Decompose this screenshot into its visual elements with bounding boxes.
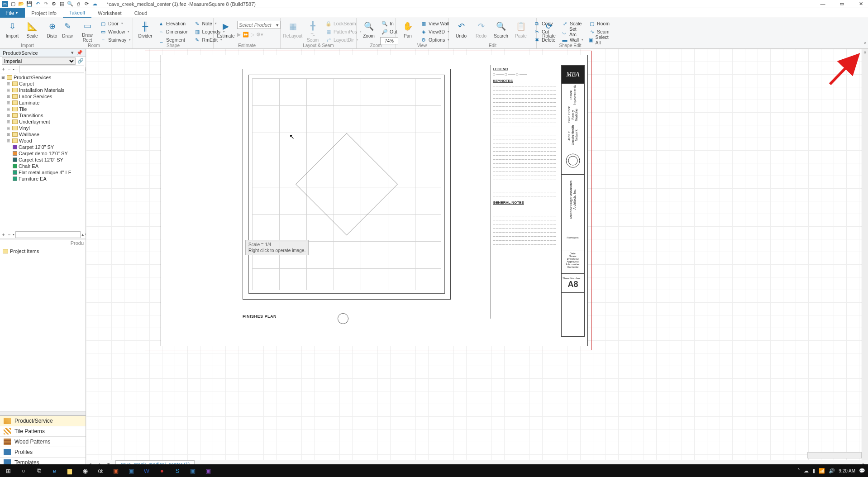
stacktab-product[interactable]: Product/Service <box>0 416 86 426</box>
qat-refresh-icon[interactable]: ⟳ <box>83 1 90 7</box>
project-items-node[interactable]: Project Items <box>10 248 39 254</box>
import-button[interactable]: ⇩Import <box>3 19 22 43</box>
taskview-icon[interactable]: ⧉ <box>33 466 44 475</box>
stairway-button[interactable]: ≡Stairway <box>99 36 132 43</box>
qat-doc-icon[interactable]: ▤ <box>59 1 65 7</box>
tree-dash-icon[interactable]: – <box>15 67 18 72</box>
door-button[interactable]: ▢Door <box>99 20 132 27</box>
tray-battery-icon[interactable]: ▮ <box>812 468 815 474</box>
scale-button[interactable]: 📐Scale <box>23 19 42 43</box>
tab-worksheet[interactable]: Worksheet <box>91 8 128 18</box>
est-play-icon[interactable]: ▶ <box>237 32 241 38</box>
windows-taskbar[interactable]: ⊞ ○ ⧉ e ▆ ◉ 🛍 ▣ ▣ W ● S ▣ ▣ ˄ ☁ ▮ 📶 🔊 9:… <box>0 464 868 477</box>
est-ff-icon[interactable]: ⏩ <box>243 32 249 38</box>
dimension-button[interactable]: ↔Dimension <box>157 28 190 35</box>
items-remove-icon[interactable]: － <box>7 231 12 238</box>
taskbar-app2-icon[interactable]: ▣ <box>126 466 137 475</box>
taskbar-store-icon[interactable]: 🛍 <box>95 466 106 475</box>
start-button[interactable]: ⊞ <box>3 466 14 475</box>
room2-button[interactable]: ▢Room <box>587 20 611 27</box>
taskbar-skype-icon[interactable]: S <box>172 466 183 475</box>
zoom-button[interactable]: 🔍Zoom <box>359 19 378 43</box>
tseam-button[interactable]: ╋T-Seam <box>303 19 322 43</box>
panel-pin-icon[interactable]: 📌 <box>76 50 83 56</box>
options-button[interactable]: ⚙Options <box>419 36 451 43</box>
undo-button[interactable]: ↶Undo <box>452 19 471 43</box>
stacktab-tile[interactable]: Tile Patterns <box>0 426 86 437</box>
draw-button[interactable]: ✎Draw <box>58 19 77 43</box>
ribbon-collapse-icon[interactable]: ^ <box>864 42 866 47</box>
taskbar-chrome-icon[interactable]: ◉ <box>80 466 91 475</box>
items-dot-icon[interactable]: • <box>13 232 14 237</box>
taskbar-explorer-icon[interactable]: ▆ <box>64 466 75 475</box>
tab-project-info[interactable]: Project Info <box>25 8 63 18</box>
horizontal-scrollbar[interactable] <box>807 452 862 458</box>
window-button[interactable]: ▭Window <box>99 28 132 35</box>
search-button[interactable]: 🔍Search <box>491 19 510 43</box>
tab-cloud[interactable]: Cloud <box>128 8 154 18</box>
taskbar-app4-icon[interactable]: ▣ <box>187 466 198 475</box>
tray-notifications-icon[interactable]: 💬 <box>859 468 865 474</box>
rotate-button[interactable]: ⟳Rotate <box>539 19 558 43</box>
taskbar-app3-icon[interactable]: ● <box>157 466 167 475</box>
unit-link-icon[interactable]: 🔗 <box>77 58 84 64</box>
file-tab[interactable]: File <box>0 8 25 18</box>
taskbar-app5-icon[interactable]: ▣ <box>203 466 214 475</box>
tray-wifi-icon[interactable]: 📶 <box>819 468 825 474</box>
draw-rect-button[interactable]: ▭Draw Rect <box>78 19 97 43</box>
tree-add-icon[interactable]: ＋ <box>1 66 6 72</box>
drawing-canvas[interactable]: FINISHES PLAN LEGEND ▢ ——— ▢ ——— ▢ ——— K… <box>86 49 868 468</box>
right-panel-expand-icon[interactable]: « <box>863 50 866 55</box>
items-up-icon[interactable]: ▴ <box>81 232 84 238</box>
wall-button[interactable]: ▬Wall <box>560 36 585 43</box>
items-add-icon[interactable]: ＋ <box>1 231 6 238</box>
est-gear-icon[interactable]: ⚙▾ <box>256 32 263 38</box>
est-single-icon[interactable]: ▷ <box>251 32 254 38</box>
qat-open-icon[interactable]: 📂 <box>18 1 24 7</box>
qat-search-icon[interactable]: 🔍 <box>67 1 73 7</box>
panel-float-icon[interactable]: ▾ <box>71 50 74 56</box>
redo-button[interactable]: ↷Redo <box>472 19 491 43</box>
panel-scrollbar[interactable] <box>0 411 86 415</box>
vertical-scrollbar[interactable] <box>862 49 868 460</box>
select-product-dropdown[interactable]: Select Product▾ <box>237 21 281 29</box>
tray-up-icon[interactable]: ˄ <box>797 468 800 474</box>
segment-button[interactable]: ⎯Segment <box>157 36 190 43</box>
stacktab-profiles[interactable]: Profiles <box>0 447 86 458</box>
view3d-button[interactable]: ◈View3D <box>419 28 451 35</box>
unit-select[interactable]: Imperial <box>2 57 76 65</box>
stacktab-wood[interactable]: Wood Patterns <box>0 437 86 447</box>
tray-volume-icon[interactable]: 🔊 <box>829 468 835 474</box>
tree-dot-icon[interactable]: • <box>13 67 14 72</box>
qat-undo-icon[interactable]: ↶ <box>34 1 41 7</box>
items-filter-input[interactable] <box>15 231 81 238</box>
viewwall-button[interactable]: ▦View Wall <box>419 20 451 27</box>
taskbar-app1-icon[interactable]: ▣ <box>110 466 121 475</box>
maximize-button[interactable]: ▭ <box>836 1 847 7</box>
paste-button[interactable]: 📋Paste <box>511 19 530 43</box>
relayout-button[interactable]: ▦ReLayout <box>283 19 302 43</box>
close-button[interactable]: ✕ <box>855 1 866 7</box>
elevation-button[interactable]: ▲Elevation <box>157 20 190 27</box>
selectall-button[interactable]: ▣Select All <box>587 36 611 43</box>
qat-redo-icon[interactable]: ↷ <box>43 1 49 7</box>
product-tree[interactable]: ▣Product/Services ⊞Carpet ⊞Installation … <box>0 73 86 231</box>
qat-cloud-icon[interactable]: ☁ <box>91 1 98 7</box>
qat-print-icon[interactable]: ⎙ <box>75 1 81 7</box>
qat-save-icon[interactable]: 💾 <box>26 1 33 7</box>
tree-filter-input[interactable] <box>19 66 84 72</box>
tab-takeoff[interactable]: Takeoff <box>63 8 91 18</box>
cortana-icon[interactable]: ○ <box>18 466 29 475</box>
tray-clock[interactable]: 9:20 AM <box>839 468 855 473</box>
qat-new-icon[interactable]: ▢ <box>10 1 16 7</box>
taskbar-word-icon[interactable]: W <box>141 466 152 475</box>
setarc-button[interactable]: ◡Set Arc <box>560 28 585 35</box>
qat-settings-icon[interactable]: ⚙ <box>51 1 57 7</box>
tray-cloud-icon[interactable]: ☁ <box>804 468 809 474</box>
taskbar-edge-icon[interactable]: e <box>49 466 60 475</box>
pan-button[interactable]: ✋Pan <box>398 19 417 43</box>
estimate-button[interactable]: ▶Estimate <box>216 19 235 43</box>
tree-remove-icon[interactable]: － <box>7 66 12 72</box>
minimize-button[interactable]: — <box>817 1 828 7</box>
divider-button[interactable]: ╫Divider <box>136 19 155 43</box>
